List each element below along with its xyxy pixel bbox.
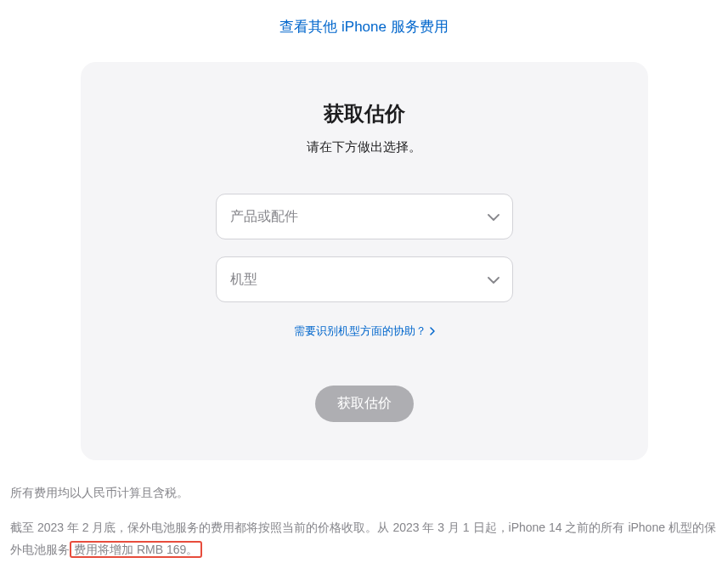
identify-model-help-link[interactable]: 需要识别机型方面的协助？	[294, 324, 435, 339]
disclaimer-line-1: 所有费用均以人民币计算且含税。	[10, 481, 718, 504]
estimate-card: 获取估价 请在下方做出选择。 产品或配件 机型 需要识别机型方面的协助？	[81, 62, 648, 460]
get-estimate-button[interactable]: 获取估价	[315, 386, 414, 422]
top-link-container: 查看其他 iPhone 服务费用	[0, 17, 728, 37]
help-link-label: 需要识别机型方面的协助？	[294, 324, 426, 339]
card-subtitle: 请在下方做出选择。	[115, 139, 614, 155]
submit-row: 获取估价	[115, 386, 614, 422]
product-select-wrapper: 产品或配件	[216, 194, 513, 239]
model-select-placeholder: 机型	[230, 271, 257, 289]
disclaimer-highlight: 费用将增加 RMB 169。	[70, 541, 202, 558]
disclaimer-block: 所有费用均以人民币计算且含税。 截至 2023 年 2 月底，保外电池服务的费用…	[0, 481, 728, 561]
disclaimer-line-2: 截至 2023 年 2 月底，保外电池服务的费用都将按照当前的价格收取。从 20…	[10, 516, 718, 561]
model-select[interactable]: 机型	[216, 256, 513, 302]
card-title: 获取估价	[115, 100, 614, 127]
chevron-right-icon	[430, 325, 435, 338]
product-select-placeholder: 产品或配件	[230, 208, 298, 226]
other-services-link[interactable]: 查看其他 iPhone 服务费用	[279, 19, 448, 35]
product-select[interactable]: 产品或配件	[216, 194, 513, 239]
model-select-wrapper: 机型	[216, 256, 513, 302]
